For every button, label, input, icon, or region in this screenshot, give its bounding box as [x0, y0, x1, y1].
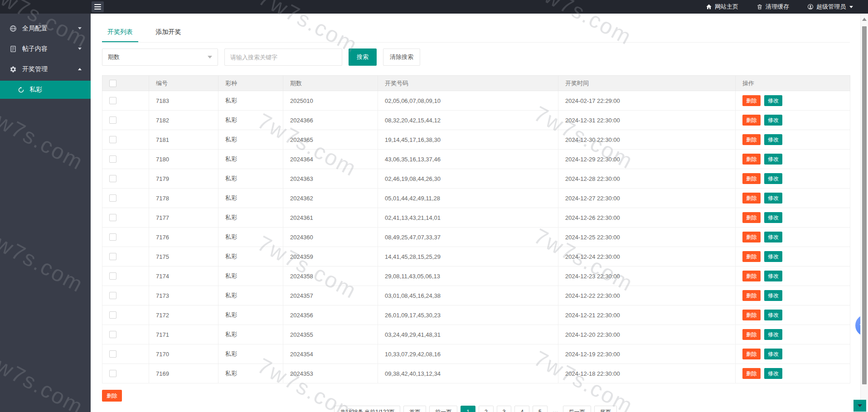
row-delete-button[interactable]: 删除	[742, 329, 761, 340]
row-edit-button[interactable]: 修改	[764, 310, 782, 320]
row-delete-button[interactable]: 删除	[742, 212, 761, 223]
row-checkbox[interactable]	[109, 350, 116, 358]
search-keyword-input[interactable]	[224, 48, 342, 66]
hamburger-menu-button[interactable]	[92, 1, 104, 12]
row-checkbox-cell	[102, 189, 149, 208]
clear-search-button[interactable]: 清除搜索	[383, 48, 420, 66]
cell-actions: 删除修改	[736, 325, 850, 344]
row-checkbox[interactable]	[109, 214, 116, 221]
cell-type: 私彩	[218, 91, 283, 111]
vertical-scrollbar[interactable]	[860, 14, 868, 412]
cell-period: 2024363	[283, 169, 378, 189]
row-delete-button[interactable]: 删除	[742, 349, 761, 359]
bulk-delete-button[interactable]: 删除	[102, 390, 122, 402]
tab-lottery-list[interactable]: 开奖列表	[102, 23, 138, 42]
period-select-value: 期数	[108, 53, 120, 61]
scrollbar-thumb[interactable]	[862, 26, 867, 384]
row-checkbox-cell	[102, 286, 149, 305]
tab-add-lottery[interactable]: 添加开奖	[150, 23, 186, 42]
topbar-clear-cache-link[interactable]: 清理缓存	[756, 3, 789, 11]
pagination-next[interactable]: 后一页	[563, 406, 591, 412]
row-delete-button[interactable]: 删除	[742, 368, 761, 379]
row-checkbox-cell	[102, 111, 149, 130]
cell-actions: 删除修改	[736, 344, 850, 364]
sidebar-subitem-private-lottery[interactable]: 私彩	[0, 81, 91, 99]
scrollbar-up-arrow-icon[interactable]	[862, 18, 867, 21]
row-checkbox-cell	[102, 150, 149, 169]
topbar-home-link[interactable]: 网站主页	[706, 3, 738, 11]
sidebar-item-global-config[interactable]: 全局配置	[0, 18, 91, 39]
row-edit-button[interactable]: 修改	[764, 154, 782, 165]
row-edit-button[interactable]: 修改	[764, 134, 782, 145]
row-edit-button[interactable]: 修改	[764, 349, 782, 359]
search-button[interactable]: 搜索	[349, 48, 377, 66]
row-edit-button[interactable]: 修改	[764, 95, 782, 106]
row-edit-button[interactable]: 修改	[764, 193, 782, 204]
row-delete-button[interactable]: 删除	[742, 115, 761, 126]
cell-time: 2024-12-28 22:30:00	[558, 169, 736, 189]
pagination-pages: 12345	[461, 406, 547, 412]
table-row: 7182私彩202436608,32,20,42,15,44,122024-12…	[102, 111, 850, 130]
row-delete-button[interactable]: 删除	[742, 310, 761, 320]
row-edit-button[interactable]: 修改	[764, 232, 782, 242]
pagination-last[interactable]: 尾页	[594, 406, 617, 412]
row-checkbox[interactable]	[109, 97, 116, 104]
pagination-page-4[interactable]: 4	[514, 406, 529, 412]
row-checkbox[interactable]	[109, 370, 116, 377]
row-delete-button[interactable]: 删除	[742, 251, 761, 262]
table-body: 7183私彩202501002,05,06,07,08,09,102024-02…	[102, 91, 850, 383]
cell-id: 7181	[149, 130, 218, 150]
row-checkbox[interactable]	[109, 253, 116, 260]
period-select[interactable]: 期数	[102, 48, 218, 66]
cell-numbers: 02,46,19,08,44,26,30	[378, 169, 558, 189]
row-edit-button[interactable]: 修改	[764, 212, 782, 223]
row-checkbox[interactable]	[109, 136, 116, 143]
row-edit-button[interactable]: 修改	[764, 115, 782, 126]
table-row: 7173私彩202435703,01,08,45,16,24,382024-12…	[102, 286, 850, 305]
row-checkbox[interactable]	[109, 116, 116, 124]
row-edit-button[interactable]: 修改	[764, 173, 782, 184]
row-checkbox[interactable]	[109, 292, 116, 299]
select-all-checkbox[interactable]	[109, 80, 116, 87]
cell-actions: 删除修改	[736, 91, 850, 111]
row-checkbox[interactable]	[109, 311, 116, 319]
pagination-prev[interactable]: 前一页	[429, 406, 457, 412]
row-delete-button[interactable]: 删除	[742, 193, 761, 204]
row-delete-button[interactable]: 删除	[742, 95, 761, 106]
row-checkbox[interactable]	[109, 175, 116, 182]
pagination-page-5[interactable]: 5	[533, 406, 548, 412]
row-delete-button[interactable]: 删除	[742, 134, 761, 145]
pagination-page-2[interactable]: 2	[479, 406, 494, 412]
topbar-admin-menu[interactable]: 超级管理员	[807, 3, 853, 11]
row-checkbox-cell	[102, 325, 149, 344]
row-delete-button[interactable]: 删除	[742, 290, 761, 301]
cell-period: 2024361	[283, 208, 378, 228]
row-checkbox[interactable]	[109, 272, 116, 280]
cell-numbers: 29,08,11,43,05,06,13	[378, 267, 558, 286]
back-to-bottom-button[interactable]	[853, 400, 866, 412]
sidebar-item-lottery-management[interactable]: 开奖管理	[0, 59, 91, 79]
row-delete-button[interactable]: 删除	[742, 271, 761, 281]
row-delete-button[interactable]: 删除	[742, 173, 761, 184]
pagination-first[interactable]: 首页	[403, 406, 426, 412]
row-checkbox[interactable]	[109, 155, 116, 163]
row-edit-button[interactable]: 修改	[764, 251, 782, 262]
row-edit-button[interactable]: 修改	[764, 329, 782, 340]
row-edit-button[interactable]: 修改	[764, 290, 782, 301]
row-delete-button[interactable]: 删除	[742, 232, 761, 242]
cell-type: 私彩	[218, 344, 283, 364]
sidebar-item-post-content[interactable]: 帖子内容	[0, 39, 91, 59]
trash-icon	[756, 4, 763, 10]
row-checkbox[interactable]	[109, 233, 116, 241]
pagination-page-1[interactable]: 1	[461, 406, 475, 412]
row-checkbox[interactable]	[109, 331, 116, 338]
row-edit-button[interactable]: 修改	[764, 368, 782, 379]
pagination-page-3[interactable]: 3	[497, 406, 512, 412]
cell-id: 7180	[149, 150, 218, 169]
row-edit-button[interactable]: 修改	[764, 271, 782, 281]
row-checkbox[interactable]	[109, 194, 116, 202]
row-delete-button[interactable]: 删除	[742, 154, 761, 165]
home-icon	[706, 4, 712, 10]
row-checkbox-cell	[102, 305, 149, 325]
cell-time: 2024-12-21 22:30:00	[558, 305, 736, 325]
